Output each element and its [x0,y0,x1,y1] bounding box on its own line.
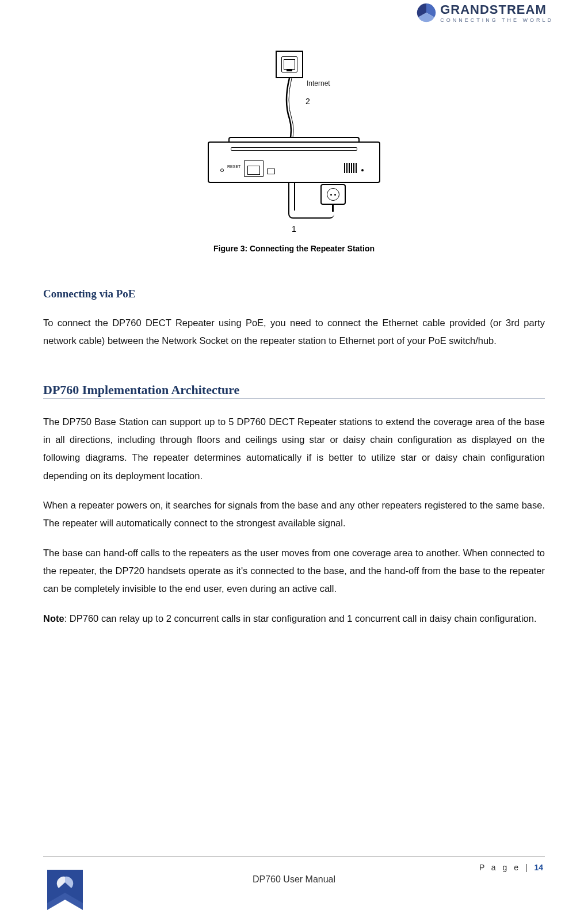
paragraph-poe: To connect the DP760 DECT Repeater using… [43,314,545,350]
callout-label-2: 2 [306,97,310,106]
speaker-grill-icon [344,163,357,173]
paragraph-arch-1: The DP750 Base Station can support up to… [43,413,545,485]
power-cable-bend-icon [288,211,334,219]
device-slot [231,147,357,151]
figure-caption: Figure 3: Connecting the Repeater Statio… [43,244,545,253]
footer-page-label: P a g e | [479,863,534,872]
heading-implementation-architecture: DP760 Implementation Architecture [43,383,545,399]
footer-page-indicator: P a g e | 14 [479,863,543,872]
reset-pinhole-icon [220,169,224,172]
brand-logo: GRANDSTREAM CONNECTING THE WORLD [416,2,553,23]
heading-connecting-via-poe: Connecting via PoE [43,288,545,300]
power-cable-icon [288,183,295,211]
paragraph-arch-2: When a repeater powers on, it searches f… [43,496,545,533]
paragraph-arch-3: The base can hand-off calls to the repea… [43,544,545,598]
figure-3: Internet 2 RESET 1 Figur [43,51,545,253]
internet-label: Internet [307,79,330,87]
device-ports-row: RESET [213,154,375,178]
diagram-repeater-connection: Internet 2 RESET 1 [202,51,386,235]
reset-label: RESET [227,165,240,169]
ethernet-cable-icon [282,78,296,143]
brand-tagline: CONNECTING THE WORLD [440,17,553,23]
brand-name: GRANDSTREAM [440,2,553,17]
brand-logo-icon [416,2,437,23]
ethernet-port-icon [244,160,264,177]
power-adapter-icon [320,184,346,205]
power-port-icon [267,169,275,174]
note-text: : DP760 can relay up to 2 concurrent cal… [64,613,537,624]
footer-ribbon-icon [47,870,83,910]
footer-divider [43,857,545,857]
note-label: Note [43,613,64,624]
paragraph-note: Note: DP760 can relay up to 2 concurrent… [43,610,545,628]
wall-jack-icon [276,51,303,78]
footer-doc-title: DP760 User Manual [0,874,588,885]
indicator-dot-icon [361,169,364,171]
callout-label-1: 1 [292,224,296,234]
footer-page-number: 14 [534,863,543,872]
